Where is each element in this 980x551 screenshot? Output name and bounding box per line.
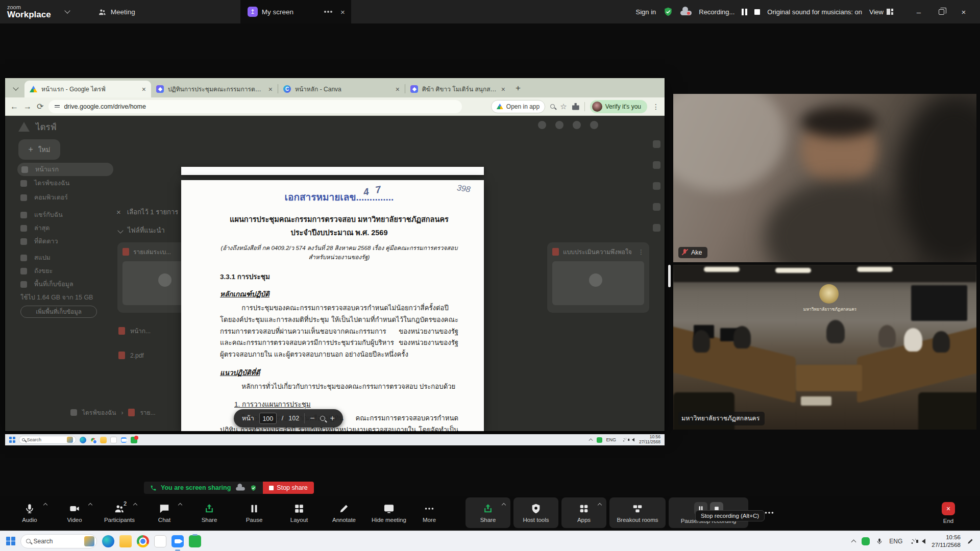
toolbar-participants-button[interactable]: 2 Participants [97,497,142,528]
toolbar-share-screen-button[interactable]: Share [465,497,510,528]
file-menu-icon[interactable]: ⋮ [638,248,644,256]
get-more-storage-button[interactable]: เพิ่มพื้นที่เก็บข้อมูล [20,306,97,318]
reload-icon[interactable]: ⟳ [37,102,43,111]
toolbar-apps-button[interactable]: Apps [561,497,606,528]
end-meeting-button[interactable]: × End [926,497,971,528]
toolbar-host-tools-button[interactable]: Host tools [513,497,558,528]
toolbar-annotate-button[interactable]: Annotate [322,497,366,528]
video-meeting-room[interactable]: มหาวิทยาลัยราชภัฏสกลนคร มหาวิทยาลัยราชภั… [673,265,976,430]
start-button[interactable] [9,437,15,443]
sidebar-item-home[interactable]: หน้าแรก [17,163,113,176]
address-bar[interactable]: drive.google.com/drive/home [48,100,462,113]
drive-header-icons[interactable] [538,121,598,129]
workspace-chevron-down-icon[interactable] [64,8,70,13]
language-indicator[interactable]: ENG [889,538,902,545]
sidebar-item-starred[interactable]: ที่ติดดาว [20,236,58,246]
apps-chevron-icon[interactable] [598,503,602,507]
app-icon[interactable] [110,437,117,443]
browser-menu-icon[interactable]: ⋮ [652,103,659,111]
toolbar-share-button[interactable]: Share [187,497,232,528]
file-explorer-icon[interactable] [100,437,107,443]
toolbar-hide-meeting-button[interactable]: Hide meeting [366,497,411,528]
pen-notification-icon[interactable] [967,538,974,545]
tray-mic-icon[interactable] [876,538,883,545]
clock[interactable]: 10:56 27/11/2568 [932,534,961,548]
toolbar-layout-button[interactable]: Layout [277,497,322,528]
toolbar-audio-button[interactable]: Audio [7,497,52,528]
language-indicator[interactable]: ENG [606,437,617,442]
edge-icon[interactable] [102,535,114,547]
line-app-icon[interactable] [131,437,137,443]
file-card[interactable]: แบบประเมินความพึงพอใจ⋮ [547,242,649,313]
chat-chevron-icon[interactable] [178,503,182,507]
sidebar-item-recent[interactable]: ล่าสุด [20,223,50,233]
zoom-app-icon[interactable] [172,535,184,547]
audio-chevron-icon[interactable] [43,503,47,507]
clock[interactable]: 10:5627/11/2568 [639,435,660,445]
video-panel-scrollbar[interactable] [668,265,671,287]
new-tab-button[interactable]: + [516,83,521,93]
selection-bar[interactable]: × เลือกไว้ 1 รายการ [116,207,178,217]
sidebar-item-shared[interactable]: แชร์กับฉัน [20,210,63,220]
view-button[interactable]: View [869,8,893,16]
tab-my-screen[interactable]: ↥ My screen × [240,0,351,23]
open-in-app-button[interactable]: Open in app [491,100,545,113]
tray-app-icon[interactable] [597,437,602,443]
start-button[interactable] [6,537,15,546]
drive-new-button[interactable]: +ใหม่ [18,139,60,160]
browser-tab-canva-design[interactable]: ศิฆ้า ศิขาว โมเดิร์น สนุกสนาน แพ็ก... × [405,81,510,97]
sidebar-item-spam[interactable]: สแปม [20,253,51,263]
speaker-icon[interactable] [922,539,925,544]
zoom-app-icon[interactable] [121,437,126,442]
chrome-icon[interactable] [137,535,149,547]
zoom-in-button[interactable]: + [330,414,335,423]
minimize-button[interactable]: – [908,0,930,23]
file-row[interactable]: 2.pdf [118,352,144,359]
tray-chevron-icon[interactable] [589,439,593,443]
taskbar-search-input[interactable]: Search [20,534,97,548]
edge-icon[interactable] [80,437,86,443]
back-icon[interactable]: ← [10,102,18,111]
site-info-icon[interactable] [55,105,60,108]
zoom-out-button[interactable]: − [310,414,314,423]
tab-meeting[interactable]: Meeting [90,0,143,23]
tab-close-icon[interactable]: × [142,85,146,93]
tab-close-icon[interactable]: × [268,85,273,93]
app-icon[interactable] [154,535,166,547]
toolbar-chat-button[interactable]: Chat [142,497,187,528]
page-number-input[interactable]: 100 [259,413,277,424]
original-sound-label[interactable]: Original sound for musicians: on [767,8,862,16]
toolbar-breakout-rooms-button[interactable]: Breakout rooms [609,497,666,528]
file-explorer-icon[interactable] [119,535,132,547]
browser-tab-drive[interactable]: หน้าแรก - Google ไดรฟ์ × [24,81,151,97]
toolbar-more-button[interactable]: More [411,497,447,528]
magnifier-icon[interactable] [320,416,325,421]
tab-close-icon[interactable]: × [501,85,505,93]
stop-recording-icon[interactable] [754,9,760,15]
participants-chevron-icon[interactable] [133,503,137,507]
stop-share-button[interactable]: Stop share [263,482,313,494]
breadcrumb[interactable]: ไดรฟ์ของฉัน› ราย... [70,408,156,417]
clear-selection-icon[interactable]: × [116,208,121,216]
video-chevron-icon[interactable] [88,503,92,507]
sign-in-link[interactable]: Sign in [636,8,656,16]
suggested-files-header[interactable]: ไฟล์ที่แนะนำ [118,225,165,236]
pause-recording-icon[interactable] [742,9,747,15]
share-chevron-icon[interactable] [502,503,506,507]
line-app-icon[interactable] [189,535,201,547]
restore-button[interactable] [930,0,952,23]
toolbar-pause-button[interactable]: Pause [232,497,277,528]
toolbar-video-button[interactable]: Video [52,497,97,528]
zoom-page-icon[interactable] [550,104,555,109]
drive-side-apps-strip[interactable] [653,140,660,232]
tab-options-icon[interactable] [327,11,329,13]
extensions-icon[interactable] [572,103,579,110]
tray-chevron-icon[interactable] [851,539,856,544]
sidebar-item-storage[interactable]: พื้นที่เก็บข้อมูล [20,279,74,289]
search-input[interactable]: Search [19,436,76,444]
tab-search-chevron-icon[interactable] [9,82,22,95]
sidebar-item-my-drive[interactable]: ไดรฟ์ของฉัน [20,178,69,188]
security-shield-icon[interactable] [663,7,673,17]
sidebar-item-computers[interactable]: คอมพิวเตอร์ [20,192,68,203]
chrome-icon[interactable] [91,438,95,442]
